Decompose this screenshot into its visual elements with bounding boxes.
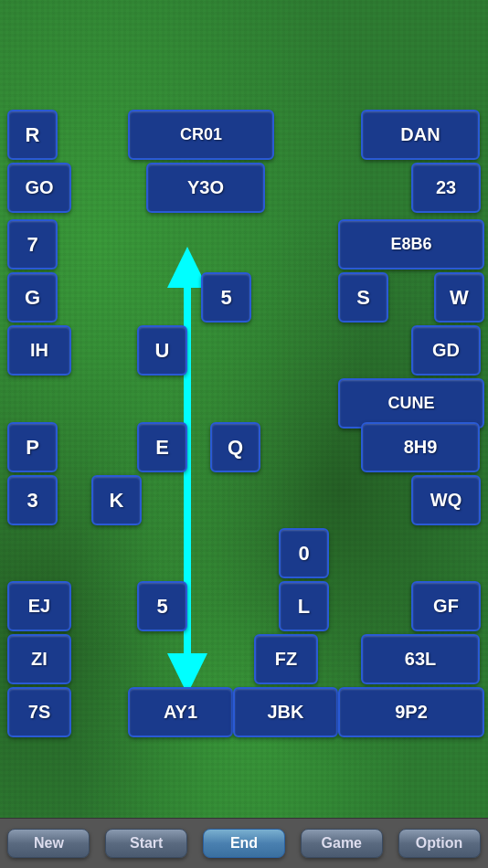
tile-7[interactable]: 7: [7, 219, 58, 270]
tile-cr01[interactable]: CR01: [128, 110, 274, 160]
option-button[interactable]: Option: [398, 829, 481, 858]
tile-5b[interactable]: 5: [201, 272, 251, 323]
tile-5a[interactable]: 5: [137, 581, 187, 631]
new-button[interactable]: New: [7, 829, 90, 858]
game-button[interactable]: Game: [301, 829, 383, 858]
toolbar: NewStartEndGameOption: [0, 818, 488, 868]
game-board: RGO7GIHP3EJZI7SCR01Y3OUEK5AY15Q0LFZJBKDA…: [0, 0, 488, 818]
tile-3[interactable]: 3: [7, 475, 58, 525]
tile-q[interactable]: Q: [210, 422, 260, 472]
tile-wq[interactable]: WQ: [411, 475, 481, 525]
tile-7s[interactable]: 7S: [7, 687, 71, 737]
tile-g[interactable]: G: [7, 272, 58, 323]
tile-r[interactable]: R: [7, 110, 58, 160]
tile-w[interactable]: W: [434, 272, 484, 323]
tile-e[interactable]: E: [137, 422, 187, 472]
tile-cune[interactable]: CUNE: [338, 378, 484, 429]
tile-0[interactable]: 0: [279, 528, 329, 578]
tile-zi[interactable]: ZI: [7, 634, 71, 684]
tile-u[interactable]: U: [137, 325, 187, 376]
tile-gd[interactable]: GD: [411, 325, 481, 376]
tile-jbk[interactable]: JBK: [233, 687, 338, 737]
tile-e8b6[interactable]: E8B6: [338, 219, 484, 270]
tile-8h9[interactable]: 8H9: [361, 422, 480, 472]
tile-ih[interactable]: IH: [7, 325, 71, 376]
tile-ej[interactable]: EJ: [7, 581, 71, 631]
tile-s[interactable]: S: [338, 272, 388, 323]
tile-k[interactable]: K: [91, 475, 142, 525]
tile-p[interactable]: P: [7, 422, 58, 472]
tile-63l[interactable]: 63L: [361, 634, 480, 684]
tile-dan[interactable]: DAN: [361, 110, 480, 160]
tile-gf[interactable]: GF: [411, 581, 481, 631]
tile-fz[interactable]: FZ: [254, 634, 318, 684]
tile-l[interactable]: L: [279, 581, 329, 631]
tile-go[interactable]: GO: [7, 163, 71, 213]
tile-9p2[interactable]: 9P2: [338, 687, 484, 737]
end-button[interactable]: End: [203, 829, 285, 858]
tile-ay1[interactable]: AY1: [128, 687, 233, 737]
start-button[interactable]: Start: [105, 829, 187, 858]
tile-y3o[interactable]: Y3O: [146, 163, 265, 213]
tile-23[interactable]: 23: [411, 163, 481, 213]
